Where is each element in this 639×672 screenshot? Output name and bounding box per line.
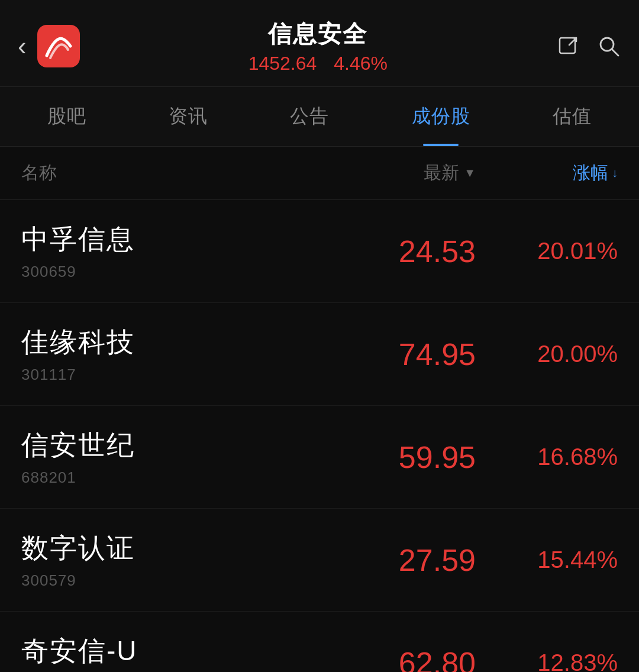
stock-row[interactable]: 奇安信-U 688561 62.80 12.83% xyxy=(0,612,639,672)
page-title: 信息安全 xyxy=(80,18,556,50)
tab-guba[interactable]: 股吧 xyxy=(36,87,98,146)
stock-name: 数字认证 xyxy=(21,530,310,567)
stock-info: 佳缘科技 301117 xyxy=(21,324,310,384)
back-button[interactable]: ‹ xyxy=(18,33,27,59)
stock-info: 奇安信-U 688561 xyxy=(21,633,310,672)
search-icon[interactable] xyxy=(596,34,621,59)
header-center: 信息安全 1452.64 4.46% xyxy=(80,18,556,75)
stock-change: 15.44% xyxy=(476,547,618,573)
tab-bar: 股吧 资讯 公告 成份股 估值 xyxy=(0,87,639,147)
svg-rect-0 xyxy=(560,38,575,53)
price-sort-icon: ▼ xyxy=(464,166,476,180)
tab-zixun[interactable]: 资讯 xyxy=(157,87,220,146)
stock-price: 27.59 xyxy=(310,542,476,578)
export-icon[interactable] xyxy=(556,34,580,58)
stock-price: 74.95 xyxy=(310,337,476,372)
stock-list: 中孚信息 300659 24.53 20.01% 佳缘科技 301117 74.… xyxy=(0,200,639,672)
stock-row[interactable]: 佳缘科技 301117 74.95 20.00% xyxy=(0,303,639,406)
stock-info: 信安世纪 688201 xyxy=(21,427,310,487)
stock-name: 信安世纪 xyxy=(21,427,310,464)
index-price: 1452.64 xyxy=(248,53,317,74)
stock-change: 20.01% xyxy=(476,238,618,264)
stock-change: 12.83% xyxy=(476,650,618,672)
stock-name: 奇安信-U xyxy=(21,633,310,670)
stock-change: 16.68% xyxy=(476,444,618,470)
header: ‹ 信息安全 1452.64 4.46% xyxy=(0,0,639,87)
tab-guzhi[interactable]: 估值 xyxy=(541,87,604,146)
header-left: ‹ xyxy=(18,25,80,67)
col-price-header[interactable]: 最新 ▼ xyxy=(310,161,476,185)
stock-price: 24.53 xyxy=(310,234,476,269)
stock-change: 20.00% xyxy=(476,341,618,367)
col-change-header[interactable]: 涨幅 ↓ xyxy=(476,161,618,185)
change-sort-icon: ↓ xyxy=(612,166,618,180)
tab-chenfen[interactable]: 成份股 xyxy=(400,87,482,146)
stock-row[interactable]: 中孚信息 300659 24.53 20.01% xyxy=(0,200,639,303)
stock-name: 中孚信息 xyxy=(21,221,310,258)
tab-gonggao[interactable]: 公告 xyxy=(278,87,341,146)
header-right xyxy=(556,34,621,59)
stock-price: 59.95 xyxy=(310,440,476,475)
index-change: 4.46% xyxy=(334,53,388,74)
stock-row[interactable]: 数字认证 300579 27.59 15.44% xyxy=(0,509,639,612)
stock-name: 佳缘科技 xyxy=(21,324,310,361)
index-subtitle: 1452.64 4.46% xyxy=(80,53,556,75)
svg-point-1 xyxy=(601,38,614,51)
stock-code: 688201 xyxy=(21,469,310,487)
stock-code: 300659 xyxy=(21,263,310,281)
stock-row[interactable]: 信安世纪 688201 59.95 16.68% xyxy=(0,406,639,509)
table-header: 名称 最新 ▼ 涨幅 ↓ xyxy=(0,147,639,200)
stock-info: 中孚信息 300659 xyxy=(21,221,310,281)
app-logo[interactable] xyxy=(37,25,80,67)
stock-code: 301117 xyxy=(21,366,310,384)
col-name-header: 名称 xyxy=(21,161,310,185)
stock-code: 300579 xyxy=(21,571,310,590)
stock-price: 62.80 xyxy=(310,645,476,673)
stock-info: 数字认证 300579 xyxy=(21,530,310,590)
